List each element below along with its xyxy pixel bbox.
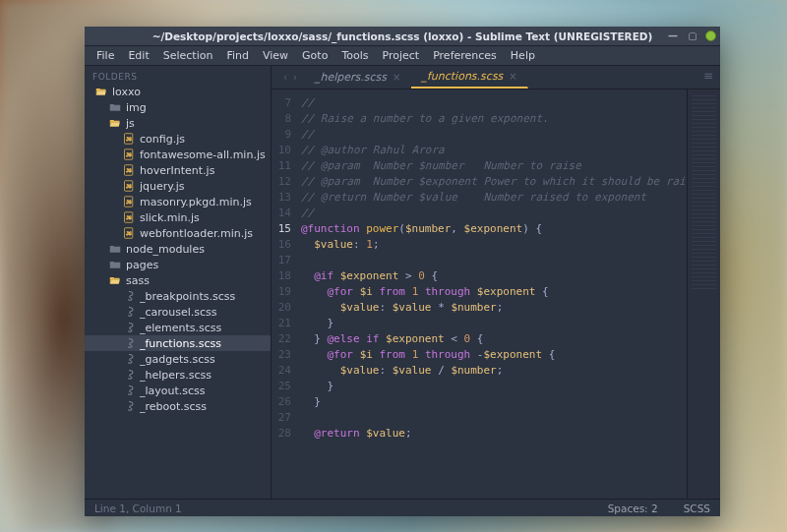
scss-file-icon [122, 321, 136, 334]
tree-item-label: _functions.scss [140, 337, 221, 350]
folder-icon [108, 242, 122, 256]
file-jquery-js[interactable]: JSjquery.js [85, 178, 271, 194]
scss-file-icon [122, 305, 136, 319]
file-masonry-pkgd-min-js[interactable]: JSmasonry.pkgd.min.js [85, 194, 271, 209]
menu-edit[interactable]: Edit [122, 47, 154, 64]
folder-icon [108, 258, 122, 271]
folder-icon [108, 116, 122, 130]
tabs: _helpers.scss×_functions.scss× [305, 65, 528, 89]
folder-node-modules[interactable]: node_modules [85, 241, 271, 257]
menu-help[interactable]: Help [505, 47, 541, 64]
menu-file[interactable]: File [91, 47, 120, 64]
folder-loxxo[interactable]: loxxo [85, 84, 271, 99]
tree-item-label: _reboot.scss [140, 400, 207, 413]
editor-pane: ‹ › _helpers.scss×_functions.scss× ≡ 7 8… [272, 66, 720, 499]
titlebar[interactable]: ~/Desktop/projects/loxxo/sass/_functions… [85, 27, 720, 46]
tree-item-label: slick.min.js [140, 211, 200, 224]
tree-item-label: jquery.js [140, 180, 185, 193]
folder-sass[interactable]: sass [85, 272, 271, 288]
js-file-icon: JS [122, 226, 136, 240]
menu-goto[interactable]: Goto [296, 47, 333, 64]
file--functions-scss[interactable]: _functions.scss [85, 335, 271, 351]
tab-label: _functions.scss [421, 70, 503, 83]
file--elements-scss[interactable]: _elements.scss [85, 320, 271, 335]
folder-icon [108, 273, 122, 287]
file-fontawesome-all-min-js[interactable]: JSfontawesome-all.min.js [85, 147, 271, 162]
tree-item-label: _carousel.scss [140, 306, 217, 319]
tree-item-label: pages [126, 259, 158, 271]
svg-text:JS: JS [126, 168, 132, 173]
js-file-icon: JS [122, 132, 136, 146]
minimap[interactable] [687, 89, 720, 499]
nav-forward-icon[interactable]: › [293, 72, 297, 83]
tree-item-label: config.js [140, 133, 185, 146]
tab-close-icon[interactable]: × [393, 72, 400, 83]
folder-icon [94, 85, 108, 98]
tab--functions-scss[interactable]: _functions.scss× [411, 65, 527, 89]
window-title: ~/Desktop/projects/loxxo/sass/_functions… [152, 30, 653, 42]
svg-text:JS: JS [126, 152, 132, 157]
tab-history-nav: ‹ › [275, 72, 305, 89]
menu-find[interactable]: Find [220, 47, 255, 64]
svg-text:JS: JS [126, 184, 132, 189]
code-text[interactable]: // // Raise a number to a given exponent… [297, 89, 687, 499]
tree-item-label: loxxo [112, 86, 141, 98]
minimize-button[interactable]: — [666, 30, 680, 43]
maximize-button[interactable]: ▢ [686, 30, 699, 43]
folder-pages[interactable]: pages [85, 257, 271, 272]
window-controls: — ▢ [666, 27, 716, 45]
svg-text:JS: JS [126, 231, 132, 236]
file-webfontloader-min-js[interactable]: JSwebfontloader.min.js [85, 225, 271, 241]
file--reboot-scss[interactable]: _reboot.scss [85, 398, 271, 414]
statusbar: Line 1, Column 1 Spaces: 2 SCSS [85, 499, 720, 516]
status-language[interactable]: SCSS [684, 502, 710, 514]
folder-img[interactable]: img [85, 99, 271, 115]
js-file-icon: JS [122, 195, 136, 208]
status-cursor[interactable]: Line 1, Column 1 [94, 502, 182, 514]
menu-selection[interactable]: Selection [157, 47, 219, 64]
scss-file-icon [122, 352, 136, 366]
code-area[interactable]: 7 8 9 10 11 12 13 14 15 16 17 18 19 20 2… [272, 89, 687, 499]
nav-back-icon[interactable]: ‹ [283, 72, 287, 83]
scss-file-icon [122, 336, 136, 350]
folder-js[interactable]: js [85, 115, 271, 131]
file-slick-min-js[interactable]: JSslick.min.js [85, 209, 271, 225]
file-config-js[interactable]: JSconfig.js [85, 131, 271, 147]
menu-tools[interactable]: Tools [335, 47, 374, 64]
sidebar-header: FOLDERS [85, 68, 271, 84]
tree-item-label: js [126, 117, 135, 130]
menu-project[interactable]: Project [377, 47, 426, 64]
status-indent[interactable]: Spaces: 2 [608, 502, 658, 514]
tree-item-label: _elements.scss [140, 322, 221, 334]
file-hoverintent-js[interactable]: JShoverIntent.js [85, 162, 271, 178]
app-window: ~/Desktop/projects/loxxo/sass/_functions… [85, 27, 720, 516]
tree-item-label: masonry.pkgd.min.js [140, 196, 252, 208]
sidebar: FOLDERS loxxoimgjsJSconfig.jsJSfontaweso… [85, 66, 272, 499]
tab-label: _helpers.scss [315, 71, 387, 84]
file--layout-scss[interactable]: _layout.scss [85, 383, 271, 398]
svg-text:JS: JS [126, 215, 132, 220]
tree-item-label: _breakpoints.scss [140, 290, 235, 303]
tab-overflow-icon[interactable]: ≡ [703, 69, 714, 83]
svg-text:JS: JS [126, 137, 132, 142]
tree-item-label: _layout.scss [140, 384, 206, 397]
tab-close-icon[interactable]: × [509, 71, 516, 82]
tree-item-label: _helpers.scss [140, 369, 212, 382]
svg-text:JS: JS [126, 200, 132, 205]
tree-item-label: img [126, 101, 147, 114]
tree-item-label: webfontloader.min.js [140, 227, 253, 240]
menu-preferences[interactable]: Preferences [427, 47, 503, 64]
tab--helpers-scss[interactable]: _helpers.scss× [305, 65, 411, 89]
scss-file-icon [122, 399, 136, 413]
tabbar: ‹ › _helpers.scss×_functions.scss× ≡ [272, 66, 720, 89]
file--breakpoints-scss[interactable]: _breakpoints.scss [85, 288, 271, 304]
menu-view[interactable]: View [257, 47, 294, 64]
js-file-icon: JS [122, 179, 136, 193]
file--gadgets-scss[interactable]: _gadgets.scss [85, 351, 271, 367]
file--carousel-scss[interactable]: _carousel.scss [85, 304, 271, 320]
close-button[interactable] [705, 30, 716, 41]
tree-item-label: _gadgets.scss [140, 353, 215, 366]
tree-item-label: hoverIntent.js [140, 164, 214, 177]
tree-item-label: sass [126, 274, 150, 287]
file--helpers-scss[interactable]: _helpers.scss [85, 367, 271, 383]
